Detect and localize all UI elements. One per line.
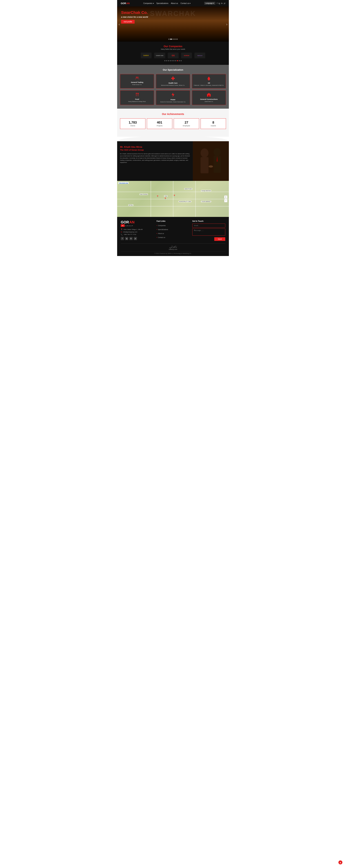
footer-contact-form: Get In Touch: Send bbox=[192, 220, 225, 241]
companies-dot-8[interactable] bbox=[177, 60, 178, 61]
form-title: Get In Touch: bbox=[192, 220, 225, 222]
footer-facebook-icon[interactable]: f bbox=[121, 237, 124, 240]
companies-dot-9[interactable] bbox=[179, 60, 180, 61]
footer-group-text: GROUP bbox=[125, 225, 133, 227]
spec-card-trading[interactable]: General Trading Khalil Goran Co. bbox=[120, 74, 154, 89]
facebook-icon[interactable]: f bbox=[217, 2, 217, 4]
fast-link-companies[interactable]: Companies bbox=[157, 224, 190, 227]
slider-dot-5[interactable] bbox=[177, 38, 178, 40]
companies-dot-2[interactable] bbox=[166, 60, 167, 61]
fast-link-about[interactable]: About us bbox=[157, 231, 190, 235]
footer-logo-badge: G bbox=[121, 224, 125, 227]
power-name: Power bbox=[157, 99, 188, 100]
slider-dot-2[interactable] bbox=[170, 38, 172, 40]
nafezly-section: نافذلي nafezly.com bbox=[121, 245, 225, 250]
linkedin-icon[interactable]: in bbox=[221, 2, 223, 4]
projects-number: 401 bbox=[149, 121, 171, 124]
company-logo-gg[interactable]: GG bbox=[168, 53, 179, 58]
company-logo-swarchak[interactable]: SWAR·HAK bbox=[154, 53, 165, 58]
nav-logo[interactable]: GORAN bbox=[121, 2, 130, 5]
svg-rect-4 bbox=[208, 80, 210, 80]
ceo-bio: Mr. Khalil, entered business from its na… bbox=[120, 153, 190, 163]
youtube-icon[interactable]: yt bbox=[224, 2, 225, 4]
address-text: Erbil, Italian Village 1, Villa 88 bbox=[124, 228, 143, 230]
trading-name: General Trading bbox=[122, 82, 153, 83]
employees-label: Employee bbox=[175, 125, 197, 127]
trading-companies: Khalil Goran Co. bbox=[122, 84, 153, 85]
form-message-input[interactable] bbox=[192, 228, 225, 236]
company-logo-goran-generator[interactable]: GORAN bbox=[181, 53, 192, 58]
language-button[interactable]: Language ▾ bbox=[204, 2, 215, 5]
svg-rect-9 bbox=[208, 95, 210, 97]
fast-link-specializations[interactable]: Specializations bbox=[157, 227, 190, 231]
companies-dot-10[interactable] bbox=[181, 60, 182, 61]
map-road-v1 bbox=[151, 181, 151, 217]
footer-youtube-icon[interactable]: yt bbox=[134, 237, 137, 240]
slider-dot-1[interactable] bbox=[168, 38, 170, 40]
achievement-projects: 401 Projects bbox=[147, 118, 172, 129]
healthcare-icon bbox=[157, 76, 188, 81]
footer-brand: GORAN G GROUP 📍 Erbil, Italian Village 1… bbox=[121, 220, 154, 241]
email-icon: ✉ bbox=[121, 231, 122, 233]
form-send-button[interactable]: Send bbox=[214, 237, 225, 241]
spec-card-food[interactable]: Food Saray Baklava & Kebap Rest. bbox=[120, 90, 154, 105]
company-logo-bahceci[interactable]: bahceci bbox=[194, 53, 205, 58]
logo-text-white: GOR bbox=[121, 2, 126, 5]
footer-instagram-icon[interactable]: ig bbox=[125, 237, 128, 240]
achievements-section: Our Achievements 1,783 Clients 401 Proje… bbox=[117, 108, 229, 132]
achievement-clients: 1,783 Clients bbox=[120, 118, 146, 129]
social-icons: f ig in yt bbox=[217, 2, 225, 4]
nav-links: Companies ▾ Specializations About us Con… bbox=[143, 2, 190, 4]
svg-point-0 bbox=[136, 77, 137, 78]
company-logo-saray[interactable]: SARAY bbox=[141, 53, 152, 58]
projects-label: Projects bbox=[149, 125, 171, 127]
companies-dot-1[interactable] bbox=[164, 60, 165, 61]
companies-dot-5[interactable] bbox=[171, 60, 172, 61]
fast-link-contact[interactable]: Contact us bbox=[157, 236, 190, 239]
nav-specializations[interactable]: Specializations bbox=[156, 2, 168, 4]
spec-card-oil[interactable]: Oil Falkenoll - Made In Germany, Jazaera… bbox=[192, 74, 226, 89]
slider-dots bbox=[168, 38, 178, 40]
companies-dot-4[interactable] bbox=[170, 60, 171, 61]
nav-contact[interactable]: Contact us ▾ bbox=[181, 2, 191, 4]
companies-dot-6[interactable] bbox=[174, 60, 175, 61]
zoom-out-button[interactable]: − bbox=[224, 199, 227, 202]
map-label-your-market: YOUR MARKET bbox=[201, 201, 211, 202]
footer-copyright: © 2021 Powered by NINE-9 | Technology & … bbox=[121, 251, 225, 254]
oil-icon bbox=[193, 76, 224, 81]
footer-email: ✉ info@gorangroup.com bbox=[121, 231, 154, 233]
companies-section: Our Companies Many fields that serve you… bbox=[117, 42, 229, 65]
slider-dot-3[interactable] bbox=[172, 38, 174, 40]
map-pin-2: 📍 bbox=[164, 197, 167, 200]
achievement-employees: 27 Employee bbox=[174, 118, 199, 129]
instagram-icon[interactable]: ig bbox=[218, 2, 220, 4]
specialization-grid: General Trading Khalil Goran Co. Health … bbox=[120, 74, 226, 105]
slider-next-button[interactable]: › bbox=[226, 22, 227, 26]
spec-card-power[interactable]: Power Goran for Generator, Goran Generat… bbox=[156, 90, 190, 105]
companies-subtitle: Many fields that serve your needs bbox=[121, 48, 225, 50]
healthcare-name: Health Care bbox=[157, 82, 188, 84]
hero-title: SwarChak Co. bbox=[121, 10, 148, 15]
visit-profile-button[interactable]: visit profile bbox=[121, 20, 135, 24]
footer-linkedin-icon[interactable]: in bbox=[129, 237, 133, 240]
form-email-input[interactable] bbox=[192, 224, 225, 227]
ceo-text: Mr. Khalil Abu Mirza The CEO of Goran Gr… bbox=[117, 141, 193, 181]
nav-about[interactable]: About us bbox=[171, 2, 178, 4]
nav-right: Language ▾ f ig in yt bbox=[204, 2, 225, 5]
companies-dot-3[interactable] bbox=[168, 60, 169, 61]
nav-companies[interactable]: Companies ▾ bbox=[143, 2, 154, 4]
clients-label: Clients bbox=[122, 125, 144, 127]
zoom-in-button[interactable]: + bbox=[224, 195, 227, 199]
map-pin-1: 📍 bbox=[156, 195, 159, 198]
view-larger-map-link[interactable]: View larger map bbox=[118, 182, 129, 184]
slider-prev-button[interactable]: ‹ bbox=[119, 22, 120, 26]
slider-dot-4[interactable] bbox=[175, 38, 176, 40]
companies-dot-7[interactable] bbox=[175, 60, 176, 61]
construction-name: General Constructions bbox=[193, 98, 224, 100]
footer-logo-group: G GROUP bbox=[121, 224, 154, 227]
spec-card-construction[interactable]: General Constructions SwarChak Co. bbox=[192, 90, 226, 105]
footer-logo: GORAN bbox=[121, 220, 154, 224]
clients-number: 1,783 bbox=[122, 121, 144, 124]
power-companies: Goran for Generator, Goran Generator Co. bbox=[157, 101, 188, 103]
spec-card-healthcare[interactable]: Health Care Bahood Arbil Medical Center,… bbox=[156, 74, 190, 89]
